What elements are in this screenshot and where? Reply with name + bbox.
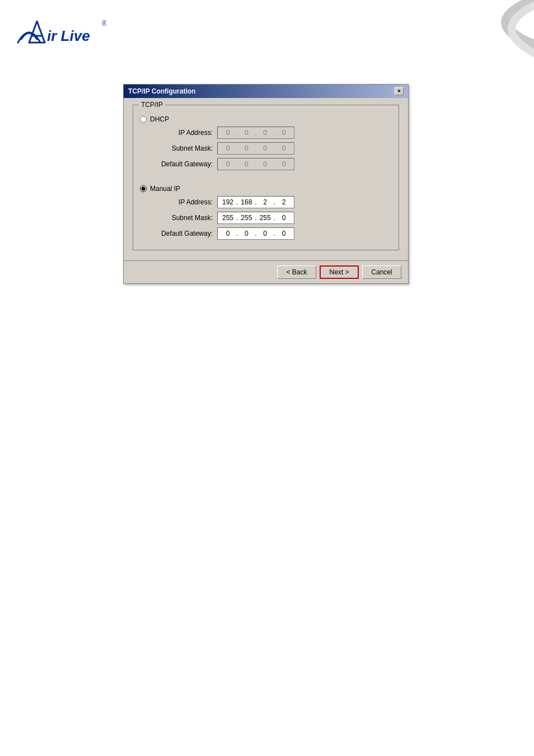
dhcp-subnet-dot-3: . <box>274 144 275 152</box>
dhcp-gateway-row: Default Gateway: . . . <box>140 158 392 170</box>
dialog-title: TCP/IP Configuration <box>128 87 195 95</box>
dhcp-gateway-dot-2: . <box>255 160 256 168</box>
dhcp-ip-row: IP Address: . . . <box>140 127 392 139</box>
manual-ip-dot-1: . <box>236 198 238 206</box>
manual-gateway-input[interactable]: . . . <box>217 227 294 240</box>
dhcp-gateway-dot-3: . <box>274 160 275 168</box>
dhcp-label: DHCP <box>150 115 169 123</box>
manual-ip-dot-2: . <box>255 198 256 206</box>
manual-ip-octet-3[interactable] <box>257 198 273 206</box>
manual-gateway-dot-3: . <box>274 230 275 237</box>
group-legend: TCP/IP <box>139 101 165 109</box>
dhcp-ip-octet-3 <box>257 129 273 137</box>
dialog-footer: < Back Next > Cancel <box>124 260 408 283</box>
manual-ip-dot-3: . <box>274 198 275 206</box>
dhcp-subnet-input: . . . <box>217 142 294 155</box>
svg-text:®: ® <box>102 20 106 27</box>
manual-subnet-label: Subnet Mask: <box>146 214 213 222</box>
manual-ip-octet-1[interactable] <box>220 198 236 206</box>
manual-gateway-dot-2: . <box>255 230 256 237</box>
dhcp-gateway-input: . . . <box>217 158 294 170</box>
dhcp-subnet-octet-3 <box>257 144 273 152</box>
logo-area: ir Live ® <box>17 10 106 51</box>
tcpip-group: TCP/IP DHCP IP Address: . . . <box>133 105 399 250</box>
dhcp-subnet-octet-4 <box>276 144 292 152</box>
dhcp-gateway-octet-3 <box>257 160 273 168</box>
dialog-content: TCP/IP DHCP IP Address: . . . <box>124 98 408 260</box>
dhcp-ip-octet-2 <box>238 129 254 137</box>
dhcp-ip-dot-2: . <box>255 129 256 137</box>
manual-subnet-octet-1[interactable] <box>220 214 236 222</box>
manual-subnet-dot-2: . <box>255 214 256 222</box>
manual-subnet-octet-4[interactable] <box>276 214 292 222</box>
manual-ip-label-field: IP Address: <box>146 198 213 206</box>
header-decoration <box>366 0 534 62</box>
dhcp-gateway-octet-1 <box>220 160 236 168</box>
manual-gateway-octet-1[interactable] <box>220 230 236 237</box>
dhcp-subnet-octet-2 <box>238 144 254 152</box>
manual-ip-radio[interactable] <box>140 185 147 192</box>
manual-subnet-dot-1: . <box>236 214 238 222</box>
manual-ip-label: Manual IP <box>150 185 180 193</box>
dhcp-ip-dot-1: . <box>236 129 238 137</box>
cancel-button[interactable]: Cancel <box>362 265 401 279</box>
manual-gateway-label: Default Gateway: <box>146 230 213 237</box>
dhcp-subnet-octet-1 <box>220 144 236 152</box>
dhcp-ip-dot-3: . <box>274 129 275 137</box>
manual-ip-row: IP Address: . . . <box>140 196 392 208</box>
manual-subnet-octet-2[interactable] <box>238 214 254 222</box>
next-button[interactable]: Next > <box>320 265 359 279</box>
section-separator <box>140 174 392 179</box>
tcpip-config-dialog: TCP/IP Configuration × TCP/IP DHCP IP Ad… <box>123 84 409 284</box>
back-button[interactable]: < Back <box>277 265 316 279</box>
manual-subnet-octet-3[interactable] <box>257 214 273 222</box>
manual-ip-octet-2[interactable] <box>238 198 254 206</box>
manual-subnet-dot-3: . <box>274 214 275 222</box>
manual-subnet-row: Subnet Mask: . . . <box>140 212 392 224</box>
manual-radio-row: Manual IP <box>140 185 392 193</box>
dhcp-subnet-dot-2: . <box>255 144 256 152</box>
manual-gateway-octet-4[interactable] <box>276 230 292 237</box>
dhcp-gateway-label: Default Gateway: <box>146 160 213 168</box>
dhcp-ip-octet-4 <box>276 129 292 137</box>
dhcp-subnet-row: Subnet Mask: . . . <box>140 142 392 155</box>
dhcp-radio[interactable] <box>140 116 147 123</box>
dhcp-subnet-label: Subnet Mask: <box>146 144 213 152</box>
dhcp-gateway-octet-2 <box>238 160 254 168</box>
manual-ip-input[interactable]: . . . <box>217 196 294 208</box>
dhcp-radio-row: DHCP <box>140 115 392 123</box>
close-button[interactable]: × <box>395 87 404 95</box>
dhcp-ip-octet-1 <box>220 129 236 137</box>
dhcp-ip-input: . . . <box>217 127 294 139</box>
manual-gateway-octet-3[interactable] <box>257 230 273 237</box>
dhcp-gateway-dot-1: . <box>236 160 238 168</box>
manual-gateway-row: Default Gateway: . . . <box>140 227 392 240</box>
manual-subnet-input[interactable]: . . . <box>217 212 294 224</box>
dhcp-ip-label: IP Address: <box>146 129 213 137</box>
manual-ip-octet-4[interactable] <box>276 198 292 206</box>
airlive-logo: ir Live ® <box>17 10 106 49</box>
svg-text:ir Live: ir Live <box>47 27 90 44</box>
dhcp-subnet-dot-1: . <box>236 144 238 152</box>
dialog-titlebar: TCP/IP Configuration × <box>124 85 408 98</box>
dhcp-gateway-octet-4 <box>276 160 292 168</box>
header: ir Live ® <box>0 0 534 67</box>
manual-gateway-octet-2[interactable] <box>238 230 254 237</box>
manual-gateway-dot-1: . <box>236 230 238 237</box>
